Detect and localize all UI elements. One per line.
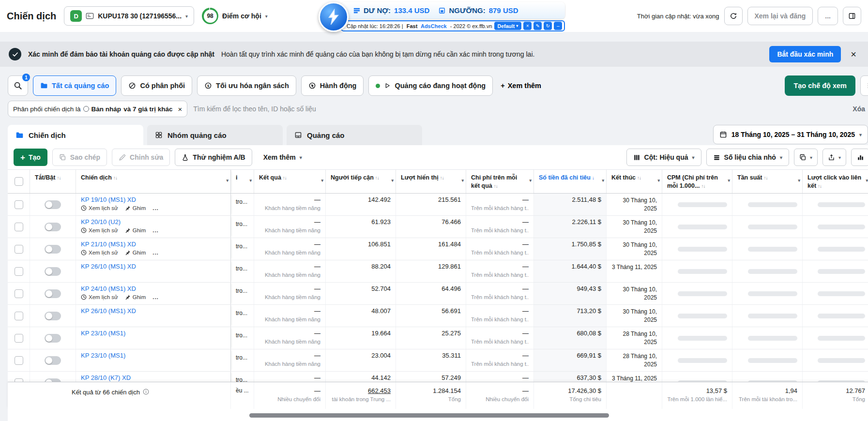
campaign-toggle[interactable] (45, 245, 61, 254)
chevron-down-icon[interactable]: ▾ (657, 178, 660, 183)
reports-button[interactable]: ▾ (794, 149, 818, 166)
chevron-down-icon[interactable]: ▾ (529, 178, 532, 183)
close-icon[interactable]: × (848, 49, 859, 60)
tab-campaigns[interactable]: Chiến dịch (8, 125, 143, 145)
row-checkbox[interactable] (15, 312, 23, 320)
filter-active-ads[interactable]: Quảng cáo đang hoạt động (368, 75, 493, 96)
chevron-down-icon[interactable]: ▾ (226, 178, 228, 183)
campaign-name-link[interactable]: KP 23/10 (MS1) (81, 352, 226, 359)
filter-action[interactable]: Hành động (301, 75, 364, 96)
search-filters-button[interactable]: 1 (8, 75, 28, 96)
campaign-toggle[interactable] (45, 312, 61, 320)
campaign-name-link[interactable]: KP 20/10 (U2) (81, 218, 226, 226)
chevron-down-icon[interactable]: ▾ (391, 178, 394, 183)
campaign-name-link[interactable]: KP 26/10 (MS1) XD (81, 307, 226, 315)
ab-test-button[interactable]: Thử nghiệm A/B (175, 149, 252, 166)
row-checkbox[interactable] (15, 356, 23, 365)
chevron-down-icon[interactable]: ▾ (321, 178, 323, 183)
filter-budget-optimization[interactable]: $ Tối ưu hóa ngân sách (197, 75, 296, 96)
row-checkbox[interactable] (15, 334, 23, 343)
create-campaign-button[interactable]: + Tạo (14, 149, 47, 166)
column-header-delivery[interactable]: i▾ (231, 170, 254, 193)
more-options-button[interactable]: ... (818, 7, 838, 25)
pin-button[interactable]: Ghim (125, 205, 146, 211)
start-verification-button[interactable]: Bắt đầu xác minh (769, 46, 841, 62)
extension-refresh-icon[interactable]: ↻ (544, 22, 552, 30)
extension-logo[interactable] (319, 2, 349, 32)
more-filters-button[interactable]: + Xem thêm (498, 82, 544, 90)
column-header-freq[interactable]: Tần suất↑↓▾ (732, 170, 803, 193)
date-range-picker[interactable]: 18 Tháng 10, 2025 – 31 Tháng 10, 2025 ▾ (713, 125, 868, 144)
row-checkbox[interactable] (15, 245, 23, 254)
remove-filter-icon[interactable]: × (178, 105, 182, 113)
duplicate-button[interactable]: Sao chép (52, 149, 107, 166)
pin-button[interactable]: Ghim (125, 250, 146, 256)
column-header-impressions[interactable]: Lượt hiển thị↑↓▾ (396, 170, 466, 193)
campaign-toggle[interactable] (45, 378, 61, 382)
create-view-button[interactable]: Tạo chế độ xem (785, 75, 855, 96)
view-history-button[interactable]: Xem lịch sử (81, 205, 118, 211)
chevron-down-icon[interactable]: ▾ (728, 178, 730, 183)
row-checkbox[interactable] (15, 289, 23, 298)
more-row-actions-button[interactable]: ... (152, 294, 159, 300)
horizontal-scrollbar[interactable] (8, 409, 868, 421)
pin-button[interactable]: Ghim (125, 227, 146, 233)
more-row-actions-button[interactable]: ... (152, 205, 159, 211)
column-header-result[interactable]: Kết quả↑↓▾ (254, 170, 326, 193)
view-history-button[interactable]: Xem lịch sử (81, 294, 118, 300)
export-button[interactable]: ▾ (822, 149, 846, 166)
opportunity-score[interactable]: 98 Điểm cơ hội ▾ (202, 8, 268, 24)
campaign-name-link[interactable]: KP 28/10 (K7) XD (81, 374, 226, 381)
filter-all-ads[interactable]: Tất cả quảng cáo (33, 75, 116, 96)
more-row-actions-button[interactable]: ... (152, 227, 159, 233)
row-checkbox[interactable] (15, 378, 23, 382)
charts-button[interactable] (851, 149, 868, 166)
chevron-down-icon[interactable]: ▾ (602, 178, 604, 183)
clear-filters-link[interactable]: Xóa (853, 105, 865, 113)
column-header-name[interactable]: Chiến dịch↑↓▾ (76, 170, 231, 193)
extension-minimize-icon[interactable]: – (554, 22, 562, 30)
column-header-toggle[interactable]: Tắt/Bật↑↓ (30, 170, 76, 193)
campaign-toggle[interactable] (45, 289, 61, 298)
extension-edit-icon[interactable]: ✎ (533, 22, 542, 30)
view-settings-button[interactable] (860, 75, 868, 96)
column-header-clicks[interactable]: Lượt click vào liên kết↑↓▾ (803, 170, 868, 193)
campaign-name-link[interactable]: KP 21/10 (MS1) XD (81, 241, 226, 248)
pin-button[interactable]: Ghim (125, 294, 146, 300)
review-publish-button[interactable]: Xem lại và đăng (747, 7, 813, 25)
row-checkbox[interactable] (15, 223, 23, 231)
tab-ads[interactable]: Quảng cáo (287, 125, 422, 145)
campaign-name-link[interactable]: KP 24/10 (MS1) XD (81, 285, 226, 292)
view-history-button[interactable]: Xem lịch sử (81, 250, 118, 256)
chevron-down-icon[interactable]: ▾ (798, 178, 800, 183)
delivery-filter-chip[interactable]: Phân phối chiến dịch là Bản nháp và 7 gi… (8, 101, 187, 117)
select-all-checkbox[interactable] (15, 177, 23, 186)
campaign-toggle[interactable] (45, 200, 61, 209)
chevron-down-icon[interactable]: ▾ (249, 178, 252, 183)
column-header-end[interactable]: Kết thúc↑↓▾ (607, 170, 662, 193)
chevron-down-icon[interactable]: ▾ (866, 178, 868, 183)
campaign-name-link[interactable]: KP 19/10 (MS1) XD (81, 196, 226, 203)
column-header-reach[interactable]: Người tiếp cận↑↓▾ (326, 170, 396, 193)
campaign-toggle[interactable] (45, 356, 61, 365)
columns-button[interactable]: Cột: Hiệu quả ▾ (626, 149, 701, 166)
scrollbar-thumb[interactable] (249, 413, 609, 418)
campaign-toggle[interactable] (45, 267, 61, 276)
column-header-cpm[interactable]: CPM (Chi phí trên mỗi 1.000...↑↓▾ (662, 170, 732, 193)
extension-close-icon[interactable]: × (523, 22, 532, 30)
tab-adsets[interactable]: Nhóm quảng cáo (147, 125, 283, 145)
breakdown-button[interactable]: Số liệu chia nhỏ ▾ (706, 149, 789, 166)
campaign-toggle[interactable] (45, 334, 61, 343)
row-checkbox[interactable] (15, 267, 23, 276)
extension-profile-button[interactable]: Default▾ (494, 22, 522, 30)
campaign-toggle[interactable] (45, 223, 61, 231)
filter-search-input[interactable] (193, 105, 847, 113)
side-panel-toggle[interactable] (843, 7, 861, 25)
campaign-name-link[interactable]: KP 26/10 (MS1) XD (81, 263, 226, 270)
campaign-name-link[interactable]: KP 23/10 (MS1) (81, 330, 226, 337)
edit-button[interactable]: Chỉnh sửa (112, 149, 170, 166)
chevron-down-icon[interactable]: ▾ (461, 178, 464, 183)
column-header-spent[interactable]: Số tiền đã chi tiêu↓▾ (534, 170, 607, 193)
filter-had-delivery[interactable]: Có phân phối (121, 75, 192, 96)
view-history-button[interactable]: Xem lịch sử (81, 227, 118, 233)
